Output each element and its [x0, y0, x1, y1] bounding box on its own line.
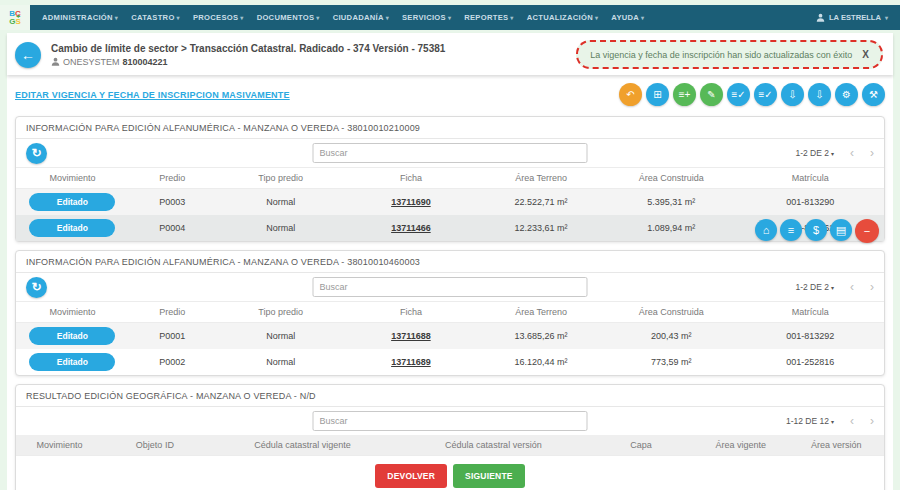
refresh-icon[interactable]: ↻: [26, 143, 47, 164]
status-badge[interactable]: Editado: [29, 327, 115, 345]
prev-page-icon[interactable]: ‹: [850, 282, 854, 292]
document-settings-icon[interactable]: ⚙: [835, 83, 858, 106]
search-input[interactable]: [313, 411, 588, 431]
col-predio: Predio: [129, 302, 216, 323]
next-page-icon[interactable]: ›: [870, 416, 874, 426]
search-input[interactable]: [313, 277, 588, 297]
col-movimiento: Movimiento: [16, 435, 103, 456]
toast-close-icon[interactable]: X: [862, 49, 869, 60]
pagination-label[interactable]: 1-12 DE 12: [786, 416, 829, 426]
nav-administracion[interactable]: ADMINISTRACIÓN: [42, 13, 118, 22]
col-area-vigente: Área vigente: [693, 435, 788, 456]
next-page-icon[interactable]: ›: [870, 282, 874, 292]
section-geografica: RESULTADO EDICIÓN GEOGRÁFICA - MANZANA O…: [15, 384, 885, 490]
col-tipo-predio: Tipo predio: [216, 168, 346, 189]
user-name: LA ESTRELLA: [829, 13, 881, 22]
user-icon: [816, 13, 825, 22]
add-note-icon[interactable]: ✎: [700, 83, 723, 106]
book-icon[interactable]: ▤: [830, 219, 852, 241]
nav-documentos[interactable]: DOCUMENTOS: [257, 13, 320, 22]
nav-ciudadania[interactable]: CIUDADANÍA: [333, 13, 389, 22]
nav-procesos[interactable]: PROCESOS: [193, 13, 244, 22]
table-row[interactable]: Editado P0001 Normal 13711688 13.685,26 …: [16, 323, 884, 350]
toolbar-icons: ↶ ⊞ ≡+ ✎ ≡✓ ≡✓ ⇩ ⇩ ⚙ ⚒: [619, 83, 885, 106]
back-button[interactable]: ←: [15, 42, 41, 68]
predios-table: Movimiento Predio Tipo predio Ficha Área…: [16, 167, 884, 241]
list-icon[interactable]: ≡: [780, 219, 802, 241]
undo-icon[interactable]: ↶: [619, 83, 642, 106]
pagination-label[interactable]: 1-2 DE 2: [795, 148, 829, 158]
status-badge[interactable]: Editado: [29, 219, 115, 237]
app-logo[interactable]: BC GS +: [0, 5, 30, 30]
col-area-construida: Área Construida: [606, 302, 736, 323]
nav-ayuda[interactable]: AYUDA: [611, 13, 644, 22]
validate-list-icon[interactable]: ≡✓: [727, 83, 750, 106]
col-area-terreno: Área Terreno: [476, 168, 606, 189]
validate-list-alt-icon[interactable]: ≡✓: [754, 83, 777, 106]
nav-actualizacion[interactable]: ACTUALIZACIÓN: [527, 13, 599, 22]
col-matricula: Matrícula: [736, 168, 884, 189]
map-viewer-icon[interactable]: ⊞: [646, 83, 669, 106]
money-icon[interactable]: $: [805, 219, 827, 241]
siguiente-button[interactable]: SIGUIENTE: [453, 464, 525, 488]
user-menu[interactable]: LA ESTRELLA: [816, 13, 888, 22]
add-list-icon[interactable]: ≡+: [673, 83, 696, 106]
table-header-row: Movimiento Objeto ID Cédula catastral vi…: [16, 435, 884, 456]
col-matricula: Matrícula: [736, 302, 884, 323]
next-page-icon[interactable]: ›: [870, 148, 874, 158]
col-area-version: Área versión: [788, 435, 884, 456]
remove-icon[interactable]: −: [855, 219, 879, 243]
table-row-selected[interactable]: Editado P0004 Normal 13711466 12.233,61 …: [16, 215, 884, 241]
col-ficha: Ficha: [346, 168, 476, 189]
col-movimiento: Movimiento: [16, 302, 129, 323]
nav-catastro[interactable]: CATASTRO: [131, 13, 180, 22]
row-action-icons: ⌂ ≡ $ ▤ −: [755, 219, 879, 243]
transaction-subtitle: ONESYSTEM 810004221: [51, 57, 445, 67]
breadcrumb: Cambio de límite de sector > Transacción…: [51, 43, 445, 54]
ficha-link[interactable]: 13711688: [391, 331, 431, 341]
page-header: ← Cambio de límite de sector > Transacci…: [7, 33, 893, 75]
person-icon: [51, 57, 60, 66]
ficha-link[interactable]: 13711690: [391, 197, 431, 207]
home-icon[interactable]: ⌂: [755, 219, 777, 241]
pagination: 1-2 DE 2 ▾ ‹ ›: [795, 282, 874, 292]
system-name: ONESYSTEM: [63, 57, 120, 67]
export-icon[interactable]: ⇩: [781, 83, 804, 106]
status-badge[interactable]: Editado: [29, 193, 115, 211]
section-title: RESULTADO EDICIÓN GEOGRÁFICA - MANZANA O…: [16, 385, 884, 407]
ficha-link[interactable]: 13711466: [391, 223, 431, 233]
section-title: INFORMACIÓN PARA EDICIÓN ALFANUMÉRICA - …: [16, 251, 884, 273]
export-alt-icon[interactable]: ⇩: [808, 83, 831, 106]
col-capa: Capa: [589, 435, 693, 456]
devolver-button[interactable]: DEVOLVER: [375, 464, 447, 488]
col-objeto-id: Objeto ID: [103, 435, 207, 456]
table-row[interactable]: Editado P0002 Normal 13711689 16.120,44 …: [16, 349, 884, 375]
section-alfanumerica-2: INFORMACIÓN PARA EDICIÓN ALFANUMÉRICA - …: [15, 250, 885, 376]
predios-table: Movimiento Predio Tipo predio Ficha Área…: [16, 301, 884, 375]
back-arrow-icon: ←: [21, 47, 35, 63]
main-content: ← Cambio de límite de sector > Transacci…: [7, 33, 893, 490]
edit-vigencia-link[interactable]: EDITAR VIGENCIA Y FECHA DE INSCRIPCION M…: [15, 90, 290, 100]
ficha-link[interactable]: 13711689: [391, 357, 431, 367]
pagination: 1-2 DE 2 ▾ ‹ ›: [795, 148, 874, 158]
status-badge[interactable]: Editado: [29, 353, 115, 371]
caret-down-icon: ▾: [831, 284, 834, 291]
refresh-icon[interactable]: ↻: [26, 277, 47, 298]
table-header-row: Movimiento Predio Tipo predio Ficha Área…: [16, 302, 884, 323]
caret-down-icon: ▾: [831, 150, 834, 157]
col-area-construida: Área Construida: [606, 168, 736, 189]
prev-page-icon[interactable]: ‹: [850, 148, 854, 158]
navbar-menu: ADMINISTRACIÓN CATASTRO PROCESOS DOCUMEN…: [30, 5, 900, 30]
gavel-icon[interactable]: ⚒: [862, 83, 885, 106]
nav-servicios[interactable]: SERVICIOS: [402, 13, 451, 22]
nav-reportes[interactable]: REPORTES: [464, 13, 513, 22]
table-row[interactable]: Editado P0003 Normal 13711690 22.522,71 …: [16, 189, 884, 216]
col-movimiento: Movimiento: [16, 168, 129, 189]
toast-message: La vigencia y fecha de inscripción han s…: [590, 50, 852, 60]
prev-page-icon[interactable]: ‹: [850, 416, 854, 426]
success-toast: La vigencia y fecha de inscripción han s…: [576, 40, 883, 69]
actions-row: EDITAR VIGENCIA Y FECHA DE INSCRIPCION M…: [7, 75, 893, 110]
pagination-label[interactable]: 1-2 DE 2: [795, 282, 829, 292]
search-input[interactable]: [313, 143, 588, 163]
section-alfanumerica-1: INFORMACIÓN PARA EDICIÓN ALFANUMÉRICA - …: [15, 116, 885, 242]
